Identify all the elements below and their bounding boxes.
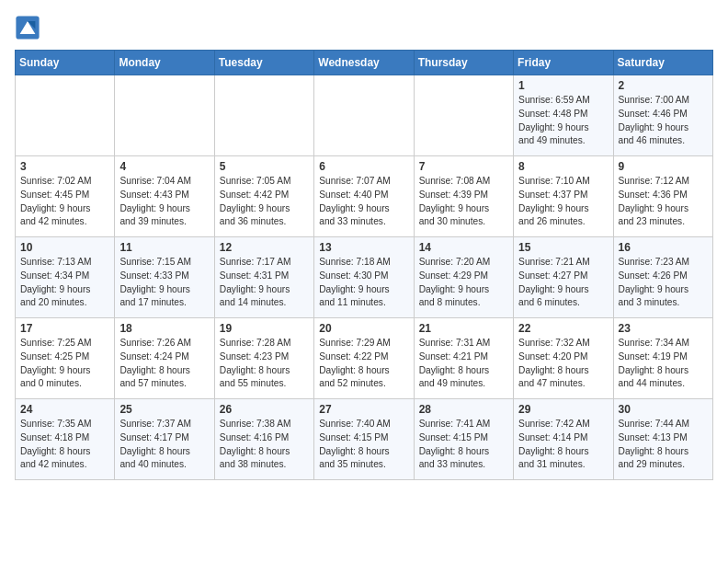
day-number: 16 [619, 241, 708, 254]
header-row: SundayMondayTuesdayWednesdayThursdayFrid… [16, 51, 713, 75]
calendar-cell: 30Sunrise: 7:44 AM Sunset: 4:13 PM Dayli… [613, 399, 712, 480]
day-of-week-header: Wednesday [314, 51, 414, 75]
calendar-cell: 1Sunrise: 6:59 AM Sunset: 4:48 PM Daylig… [514, 75, 613, 156]
calendar-cell: 28Sunrise: 7:41 AM Sunset: 4:15 PM Dayli… [414, 399, 513, 480]
calendar-cell: 11Sunrise: 7:15 AM Sunset: 4:33 PM Dayli… [115, 237, 214, 318]
day-of-week-header: Monday [115, 51, 214, 75]
calendar-cell [16, 75, 115, 156]
day-info: Sunrise: 7:21 AM Sunset: 4:27 PM Dayligh… [518, 256, 608, 310]
calendar-cell: 25Sunrise: 7:37 AM Sunset: 4:17 PM Dayli… [115, 399, 214, 480]
calendar-cell [115, 75, 214, 156]
day-number: 27 [319, 403, 408, 416]
day-info: Sunrise: 7:15 AM Sunset: 4:33 PM Dayligh… [119, 256, 209, 310]
calendar-cell: 26Sunrise: 7:38 AM Sunset: 4:16 PM Dayli… [214, 399, 313, 480]
day-info: Sunrise: 7:13 AM Sunset: 4:34 PM Dayligh… [20, 256, 109, 310]
day-info: Sunrise: 7:44 AM Sunset: 4:13 PM Dayligh… [619, 418, 708, 472]
day-info: Sunrise: 7:25 AM Sunset: 4:25 PM Dayligh… [20, 337, 109, 391]
day-number: 21 [419, 322, 508, 335]
day-number: 15 [518, 241, 608, 254]
calendar-cell [314, 75, 414, 156]
day-number: 18 [119, 322, 209, 335]
calendar-week-row: 17Sunrise: 7:25 AM Sunset: 4:25 PM Dayli… [16, 318, 713, 399]
day-info: Sunrise: 7:02 AM Sunset: 4:45 PM Dayligh… [20, 175, 109, 229]
day-number: 2 [619, 79, 708, 92]
logo-icon [15, 15, 40, 40]
day-info: Sunrise: 7:37 AM Sunset: 4:17 PM Dayligh… [119, 418, 209, 472]
calendar-body: 1Sunrise: 6:59 AM Sunset: 4:48 PM Daylig… [16, 75, 713, 480]
day-of-week-header: Friday [514, 51, 613, 75]
day-info: Sunrise: 7:00 AM Sunset: 4:46 PM Dayligh… [619, 94, 708, 148]
day-info: Sunrise: 7:40 AM Sunset: 4:15 PM Dayligh… [319, 418, 408, 472]
day-info: Sunrise: 7:35 AM Sunset: 4:18 PM Dayligh… [20, 418, 109, 472]
calendar-cell: 6Sunrise: 7:07 AM Sunset: 4:40 PM Daylig… [314, 156, 414, 237]
calendar-cell: 13Sunrise: 7:18 AM Sunset: 4:30 PM Dayli… [314, 237, 414, 318]
day-number: 12 [220, 241, 309, 254]
page-header [15, 15, 713, 40]
calendar-cell: 3Sunrise: 7:02 AM Sunset: 4:45 PM Daylig… [16, 156, 115, 237]
day-number: 19 [220, 322, 309, 335]
calendar-cell: 19Sunrise: 7:28 AM Sunset: 4:23 PM Dayli… [214, 318, 313, 399]
calendar-cell: 20Sunrise: 7:29 AM Sunset: 4:22 PM Dayli… [314, 318, 414, 399]
calendar-cell: 18Sunrise: 7:26 AM Sunset: 4:24 PM Dayli… [115, 318, 214, 399]
calendar-header: SundayMondayTuesdayWednesdayThursdayFrid… [16, 51, 713, 75]
day-number: 10 [20, 241, 109, 254]
calendar-cell [214, 75, 313, 156]
day-of-week-header: Sunday [16, 51, 115, 75]
calendar-week-row: 24Sunrise: 7:35 AM Sunset: 4:18 PM Dayli… [16, 399, 713, 480]
calendar-cell: 8Sunrise: 7:10 AM Sunset: 4:37 PM Daylig… [514, 156, 613, 237]
calendar-cell: 2Sunrise: 7:00 AM Sunset: 4:46 PM Daylig… [613, 75, 712, 156]
day-number: 28 [419, 403, 508, 416]
day-of-week-header: Thursday [414, 51, 513, 75]
calendar-cell: 15Sunrise: 7:21 AM Sunset: 4:27 PM Dayli… [514, 237, 613, 318]
day-number: 24 [20, 403, 109, 416]
day-info: Sunrise: 7:41 AM Sunset: 4:15 PM Dayligh… [419, 418, 508, 472]
calendar-cell: 9Sunrise: 7:12 AM Sunset: 4:36 PM Daylig… [613, 156, 712, 237]
day-number: 23 [619, 322, 708, 335]
day-number: 25 [119, 403, 209, 416]
day-info: Sunrise: 7:29 AM Sunset: 4:22 PM Dayligh… [319, 337, 408, 391]
day-info: Sunrise: 7:12 AM Sunset: 4:36 PM Dayligh… [619, 175, 708, 229]
calendar-cell: 22Sunrise: 7:32 AM Sunset: 4:20 PM Dayli… [514, 318, 613, 399]
day-info: Sunrise: 7:10 AM Sunset: 4:37 PM Dayligh… [518, 175, 608, 229]
day-number: 26 [220, 403, 309, 416]
calendar-cell: 10Sunrise: 7:13 AM Sunset: 4:34 PM Dayli… [16, 237, 115, 318]
day-number: 30 [619, 403, 708, 416]
day-number: 20 [319, 322, 408, 335]
day-info: Sunrise: 7:20 AM Sunset: 4:29 PM Dayligh… [419, 256, 508, 310]
calendar-cell: 23Sunrise: 7:34 AM Sunset: 4:19 PM Dayli… [613, 318, 712, 399]
day-number: 14 [419, 241, 508, 254]
day-number: 7 [419, 160, 508, 173]
day-number: 3 [20, 160, 109, 173]
day-of-week-header: Tuesday [214, 51, 313, 75]
day-info: Sunrise: 7:08 AM Sunset: 4:39 PM Dayligh… [419, 175, 508, 229]
calendar-cell: 7Sunrise: 7:08 AM Sunset: 4:39 PM Daylig… [414, 156, 513, 237]
day-info: Sunrise: 7:31 AM Sunset: 4:21 PM Dayligh… [419, 337, 508, 391]
day-of-week-header: Saturday [613, 51, 712, 75]
day-number: 6 [319, 160, 408, 173]
calendar-week-row: 3Sunrise: 7:02 AM Sunset: 4:45 PM Daylig… [16, 156, 713, 237]
calendar-cell: 12Sunrise: 7:17 AM Sunset: 4:31 PM Dayli… [214, 237, 313, 318]
day-info: Sunrise: 7:26 AM Sunset: 4:24 PM Dayligh… [119, 337, 209, 391]
day-info: Sunrise: 7:17 AM Sunset: 4:31 PM Dayligh… [220, 256, 309, 310]
calendar-cell: 4Sunrise: 7:04 AM Sunset: 4:43 PM Daylig… [115, 156, 214, 237]
calendar-cell: 27Sunrise: 7:40 AM Sunset: 4:15 PM Dayli… [314, 399, 414, 480]
day-info: Sunrise: 7:05 AM Sunset: 4:42 PM Dayligh… [220, 175, 309, 229]
calendar-cell: 21Sunrise: 7:31 AM Sunset: 4:21 PM Dayli… [414, 318, 513, 399]
day-info: Sunrise: 7:18 AM Sunset: 4:30 PM Dayligh… [319, 256, 408, 310]
day-number: 8 [518, 160, 608, 173]
logo [15, 15, 42, 40]
calendar-cell: 14Sunrise: 7:20 AM Sunset: 4:29 PM Dayli… [414, 237, 513, 318]
calendar-cell: 5Sunrise: 7:05 AM Sunset: 4:42 PM Daylig… [214, 156, 313, 237]
day-info: Sunrise: 7:07 AM Sunset: 4:40 PM Dayligh… [319, 175, 408, 229]
day-number: 4 [119, 160, 209, 173]
calendar-cell: 29Sunrise: 7:42 AM Sunset: 4:14 PM Dayli… [514, 399, 613, 480]
day-info: Sunrise: 7:42 AM Sunset: 4:14 PM Dayligh… [518, 418, 608, 472]
day-number: 11 [119, 241, 209, 254]
day-number: 9 [619, 160, 708, 173]
day-info: Sunrise: 7:32 AM Sunset: 4:20 PM Dayligh… [518, 337, 608, 391]
day-number: 29 [518, 403, 608, 416]
calendar-week-row: 1Sunrise: 6:59 AM Sunset: 4:48 PM Daylig… [16, 75, 713, 156]
calendar-cell: 16Sunrise: 7:23 AM Sunset: 4:26 PM Dayli… [613, 237, 712, 318]
day-info: Sunrise: 7:38 AM Sunset: 4:16 PM Dayligh… [220, 418, 309, 472]
day-info: Sunrise: 7:04 AM Sunset: 4:43 PM Dayligh… [119, 175, 209, 229]
